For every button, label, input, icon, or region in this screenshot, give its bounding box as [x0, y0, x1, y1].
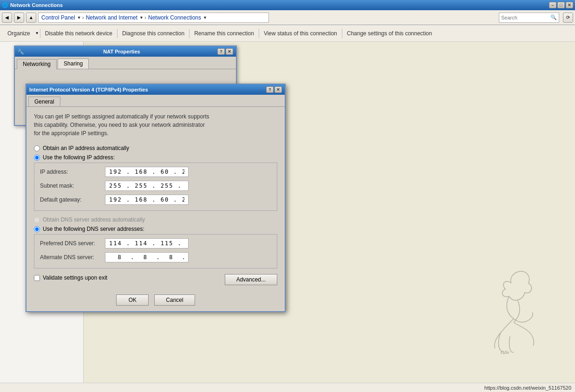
toolbar-sep-4	[259, 29, 259, 38]
window-icon: 🌐	[2, 2, 8, 8]
nat-dialog-controls: ? ✕	[217, 48, 233, 55]
ip-address-label: IP address:	[40, 169, 105, 175]
title-bar: 🌐 Network Connections – □ ✕	[0, 0, 575, 10]
radio-obtain-ip[interactable]	[34, 145, 40, 151]
subnet-mask-row: Subnet mask:	[40, 181, 271, 191]
preferred-dns-input[interactable]	[105, 238, 189, 248]
subnet-mask-label: Subnet mask:	[40, 183, 105, 189]
preferred-dns-label: Preferred DNS server:	[40, 240, 105, 247]
search-icon: 🔍	[550, 14, 557, 20]
toolbar-sep-1	[40, 29, 40, 38]
radio-use-ip[interactable]	[34, 155, 40, 161]
window-title: Network Connections	[10, 2, 63, 8]
radio-obtain-ip-row: Obtain an IP address automatically	[34, 145, 277, 151]
breadcrumb-control-panel[interactable]: Control Panel	[40, 14, 76, 21]
alternate-dns-label: Alternate DNS server:	[40, 254, 105, 261]
toolbar: Organize ▼ Disable this network device D…	[0, 25, 575, 42]
nat-dialog-icon: 🔧	[18, 49, 24, 55]
advanced-btn[interactable]: Advanced...	[225, 274, 277, 285]
tcp-description: You can get IP settings assigned automat…	[34, 112, 277, 137]
disable-btn[interactable]: Disable this network device	[41, 26, 116, 41]
radio-use-ip-label: Use the following IP address:	[43, 154, 115, 161]
dns-section: Preferred DNS server: Alternate DNS serv…	[34, 234, 277, 268]
radio-use-dns[interactable]	[34, 226, 40, 232]
view-status-btn[interactable]: View status of this connection	[260, 26, 341, 41]
preferred-dns-row: Preferred DNS server:	[40, 238, 271, 248]
radio-obtain-dns-row: Obtain DNS server address automatically	[34, 216, 277, 223]
gateway-input[interactable]	[105, 195, 189, 205]
organize-dropdown-arrow[interactable]: ▼	[35, 31, 39, 35]
status-bar: https://blog.csdn.net/weixin_51167520	[0, 383, 575, 392]
tab-sharing[interactable]: Sharing	[58, 59, 89, 69]
gateway-row: Default gateway:	[40, 195, 271, 205]
search-box[interactable]: 🔍	[499, 13, 559, 23]
validate-checkbox[interactable]	[34, 275, 40, 281]
nat-close-btn[interactable]: ✕	[226, 48, 233, 55]
ok-btn[interactable]: OK	[116, 294, 149, 306]
close-window-btn[interactable]: ✕	[566, 2, 573, 8]
address-bar: ◀ ▶ ▲ Control Panel ▼ › Network and Inte…	[0, 10, 575, 25]
radio-use-ip-row: Use the following IP address:	[34, 154, 277, 161]
alternate-dns-row: Alternate DNS server:	[40, 252, 271, 262]
window-controls: – □ ✕	[549, 2, 573, 8]
validate-label: Validate settings upon exit	[43, 274, 107, 281]
tcp-dialog-body: You can get IP settings assigned automat…	[26, 107, 285, 291]
breadcrumb-network-connections[interactable]: Network Connections	[147, 14, 202, 21]
svg-text:ruSv: ruSv	[501, 350, 510, 355]
nat-dialog-tabs: Networking Sharing	[15, 57, 236, 69]
organize-btn[interactable]: Organize	[4, 26, 34, 41]
radio-use-dns-row: Use the following DNS server addresses:	[34, 226, 277, 232]
tcp-dialog-titlebar: Internet Protocol Version 4 (TCP/IPv4) P…	[26, 85, 285, 95]
tab-general[interactable]: General	[28, 97, 60, 106]
tab-networking[interactable]: Networking	[17, 59, 57, 69]
up-btn[interactable]: ▲	[26, 13, 36, 23]
horse-logo: ruSv	[473, 262, 566, 355]
tcp-dialog-buttons: OK Cancel	[26, 291, 285, 311]
tcp-dialog-title: Internet Protocol Version 4 (TCP/IPv4) P…	[29, 87, 148, 92]
maximize-btn[interactable]: □	[557, 2, 565, 8]
alternate-dns-input[interactable]	[105, 252, 189, 262]
radio-obtain-dns	[34, 217, 40, 223]
change-settings-btn[interactable]: Change settings of this connection	[343, 26, 436, 41]
toolbar-sep-5	[342, 29, 342, 38]
radio-use-dns-label: Use the following DNS server addresses:	[43, 226, 144, 232]
tcp-dialog-tabs: General	[26, 95, 285, 107]
diagnose-btn[interactable]: Diagnose this connection	[118, 26, 188, 41]
status-url: https://blog.csdn.net/weixin_51167520	[484, 385, 571, 391]
forward-btn[interactable]: ▶	[14, 13, 24, 23]
nat-help-btn[interactable]: ?	[217, 48, 225, 55]
search-input[interactable]	[501, 15, 550, 20]
toolbar-sep-3	[189, 29, 189, 38]
breadcrumb: Control Panel ▼ › Network and Internet ▼…	[38, 13, 269, 23]
radio-obtain-dns-label: Obtain DNS server address automatically	[43, 216, 145, 223]
ip-address-row: IP address:	[40, 167, 271, 177]
tcp-dialog-controls: ? ✕	[266, 86, 282, 93]
toolbar-sep-2	[117, 29, 118, 38]
radio-obtain-ip-label: Obtain an IP address automatically	[43, 145, 129, 151]
tcp-properties-dialog: Internet Protocol Version 4 (TCP/IPv4) P…	[26, 84, 286, 312]
refresh-btn[interactable]: ⟳	[563, 13, 573, 23]
subnet-mask-input[interactable]	[105, 181, 189, 191]
validate-checkbox-row: Validate settings upon exit	[34, 274, 107, 281]
minimize-btn[interactable]: –	[549, 2, 556, 8]
breadcrumb-network-internet[interactable]: Network and Internet	[85, 14, 138, 21]
rename-btn[interactable]: Rename this connection	[190, 26, 258, 41]
tcp-close-btn[interactable]: ✕	[274, 86, 282, 93]
tcp-help-btn[interactable]: ?	[266, 86, 274, 93]
ip-address-section: IP address: Subnet mask: Default gateway…	[34, 163, 277, 211]
cancel-btn[interactable]: Cancel	[154, 294, 195, 306]
back-btn[interactable]: ◀	[2, 13, 12, 23]
nat-dialog-titlebar: 🔧 NAT Properties ? ✕	[15, 46, 236, 57]
ip-address-input[interactable]	[105, 167, 189, 177]
gateway-label: Default gateway:	[40, 196, 105, 203]
nat-dialog-title: NAT Properties	[103, 49, 140, 54]
